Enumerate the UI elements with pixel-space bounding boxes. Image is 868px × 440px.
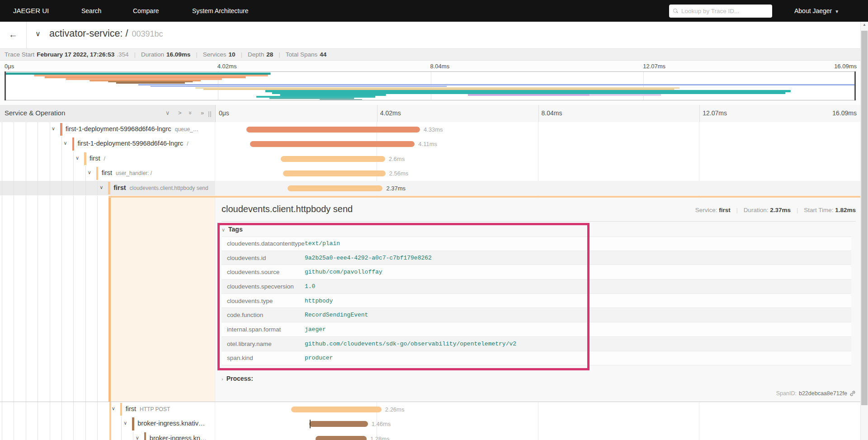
span-duration-bar[interactable] [246, 127, 420, 132]
trace-id-short: 00391bc [132, 29, 163, 38]
span-row[interactable]: ∨first/2.6ms [0, 151, 860, 166]
span-rows-lower: ∨firstHTTP POST2.26ms∨broker-ingress.kna… [0, 402, 868, 440]
expand-one-icon[interactable]: > [178, 109, 182, 116]
span-duration-label: 4.33ms [424, 126, 443, 133]
scrollbar-up-arrow[interactable]: ▲ [861, 23, 868, 27]
collapse-deep-icon[interactable]: » [189, 109, 192, 116]
span-service-name[interactable]: firstcloudevents.client.httpbody send [113, 184, 208, 191]
span-service-name[interactable]: first/ [90, 155, 105, 162]
span-duration-bar[interactable] [316, 436, 367, 440]
span-duration-label: 2.6ms [389, 156, 405, 162]
column-resize-handle[interactable] [208, 111, 212, 117]
depth-value: 28 [266, 51, 273, 58]
nav-brand-jaeger-ui[interactable]: JAEGER UI [13, 0, 49, 22]
span-duration-bar[interactable] [291, 407, 382, 412]
span-detail-left-column [0, 196, 215, 402]
span-service-name[interactable]: broker-ingress.knativ… [137, 420, 205, 427]
duration-label: Duration [141, 51, 164, 58]
minimap-right-drag-handle[interactable] [854, 71, 856, 100]
tag-row[interactable]: cloudevents.id9a2b25a0-eee4-4292-a0c7-c7… [222, 251, 851, 265]
span-row[interactable]: ∨first-1-deployment-59968d6f46-lngrc/4.1… [0, 137, 860, 151]
ruler-tick-label: 16.09ms [832, 109, 857, 117]
span-operation-name: user_handler: / [116, 170, 152, 176]
span-detail-meta: Service: first | Duration: 2.37ms | Star… [695, 207, 856, 213]
chevron-down-icon[interactable]: ∨ [88, 170, 91, 175]
span-id-row: SpanID: b22debcaa8e712fe [776, 390, 856, 397]
timeline-ruler: 0μs4.02ms8.04ms12.07ms16.09ms [215, 105, 860, 122]
about-jaeger-menu[interactable]: About Jaeger▼ [794, 0, 839, 22]
chevron-down-icon: ∨ [222, 227, 225, 232]
tag-value: producer [305, 355, 333, 361]
span-row[interactable]: ∨first-1-deployment-59968d6f46-lngrcqueu… [0, 122, 860, 137]
expand-all-icon[interactable]: » [201, 109, 204, 116]
vertical-scrollbar[interactable]: ▲ [860, 22, 868, 440]
tags-accordion-header[interactable]: ∨Tags [222, 226, 243, 233]
scrollbar-thumb[interactable] [861, 31, 868, 405]
duration-value: 16.09ms [166, 51, 190, 58]
chevron-down-icon[interactable]: ∨ [64, 140, 67, 146]
chevron-down-icon[interactable]: ∨ [136, 435, 139, 440]
span-color-marker [60, 123, 62, 136]
process-accordion-header[interactable]: ›Process: [222, 375, 253, 382]
span-row[interactable]: ∨firstcloudevents.client.httpbody send2.… [0, 181, 860, 195]
span-service-name[interactable]: first-1-deployment-59968d6f46-lngrcqueue… [66, 125, 198, 132]
minimap-viewport[interactable] [5, 71, 856, 100]
span-operation-name: / [104, 156, 105, 162]
chevron-down-icon[interactable]: ∨ [112, 406, 115, 412]
tag-row[interactable]: cloudevents.datacontenttypetext/plain [222, 237, 851, 251]
tag-row[interactable]: cloudevents.specversion1.0 [222, 279, 851, 294]
tag-row[interactable]: otel.library.namegithub.com/cloudevents/… [222, 337, 851, 351]
link-icon[interactable] [849, 390, 856, 397]
span-row[interactable]: ∨firstuser_handler: /2.56ms [0, 166, 860, 180]
tag-key: cloudevents.specversion [227, 283, 305, 290]
span-service-name[interactable]: firstHTTP POST [126, 405, 170, 412]
span-duration-label: 2.56ms [389, 170, 409, 177]
span-duration-label: 2.37ms [386, 185, 406, 192]
span-operation-name: / [187, 141, 188, 147]
span-color-marker [96, 167, 99, 180]
total-spans-label: Total Spans [286, 51, 318, 58]
span-service-name[interactable]: first-1-deployment-59968d6f46-lngrc/ [78, 140, 189, 147]
ruler-tick-label: 12.07ms [703, 109, 727, 117]
trace-id-lookup-input[interactable]: Lookup by Trace ID... [669, 5, 772, 18]
chevron-down-icon[interactable]: ∨ [123, 420, 127, 426]
ruler-tick-label: 4.02ms [380, 109, 401, 117]
span-service-name[interactable]: broker-ingress.kn… [150, 435, 207, 440]
chevron-down-icon[interactable]: ∨ [99, 185, 103, 190]
span-row[interactable]: ∨broker-ingress.kn…1.28ms [0, 431, 860, 440]
back-button[interactable]: ← [0, 22, 27, 48]
span-duration-bar[interactable] [309, 421, 368, 427]
chevron-down-icon[interactable]: ∨ [52, 126, 55, 132]
collapse-trace-chevron-icon[interactable]: ∨ [35, 29, 41, 38]
span-color-marker [84, 152, 86, 165]
span-color-marker [108, 182, 110, 194]
span-service-name[interactable]: firstuser_handler: / [102, 169, 152, 176]
span-row[interactable]: ∨broker-ingress.knativ…1.46ms [0, 416, 860, 431]
detail-divider [222, 221, 856, 222]
span-row[interactable]: ∨firstHTTP POST2.26ms [0, 402, 860, 416]
ruler-tick-label: 0μs [219, 109, 229, 117]
collapse-all-icon[interactable]: ∨ [165, 109, 170, 116]
span-start-value: 1.82ms [835, 207, 856, 213]
span-detail-row: cloudevents.client.httpbody send Service… [0, 196, 868, 402]
span-self-time-tick [310, 420, 311, 428]
span-duration-bar[interactable] [250, 141, 415, 147]
span-detail-title: cloudevents.client.httpbody send [222, 204, 353, 214]
span-duration-bar[interactable] [283, 170, 386, 176]
span-duration-bar[interactable] [288, 185, 382, 191]
minimap-left-drag-handle[interactable] [5, 71, 6, 100]
span-color-marker [120, 403, 123, 416]
minimap-tick-label: 12.07ms [643, 63, 665, 70]
chevron-down-icon[interactable]: ∨ [75, 155, 79, 161]
span-duration-bar[interactable] [281, 156, 385, 162]
nav-item-compare[interactable]: Compare [133, 0, 159, 22]
tag-row[interactable]: code.functionRecordSendingEvent [222, 308, 851, 322]
nav-item-system-architecture[interactable]: System Architecture [192, 0, 249, 22]
tag-row[interactable]: internal.span.formatjaeger [222, 322, 851, 337]
tag-row[interactable]: cloudevents.typehttpbody [222, 294, 851, 308]
nav-item-search[interactable]: Search [81, 0, 101, 22]
tag-key: cloudevents.datacontenttype [227, 240, 305, 247]
tag-row[interactable]: span.kindproducer [222, 351, 851, 366]
tag-row[interactable]: cloudevents.sourcegithub/com/pavolloffay [222, 265, 851, 279]
page-title: activator-service: /00391bc [49, 28, 163, 39]
